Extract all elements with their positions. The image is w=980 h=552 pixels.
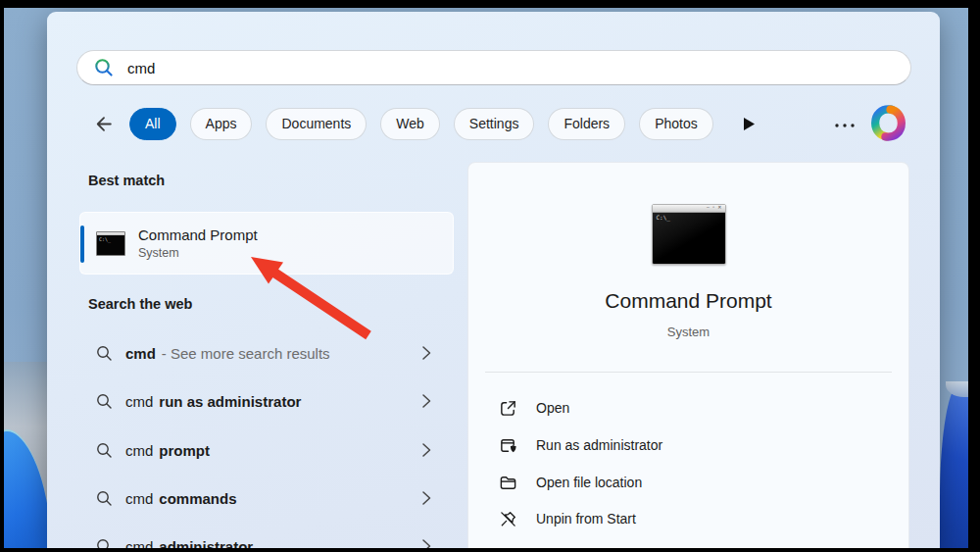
suggestion-query: cmd	[125, 490, 153, 507]
action-label: Open	[536, 400, 569, 416]
cmd-glyph: C:\_	[99, 236, 111, 242]
suggestion-query: cmd	[125, 393, 153, 410]
action-run-as-administrator[interactable]: Run as administrator	[485, 427, 892, 464]
admin-shield-icon	[499, 436, 517, 455]
action-label: Open file location	[536, 475, 642, 490]
insert-suggestion-button[interactable]	[420, 442, 432, 458]
preview-subtitle: System	[468, 325, 908, 339]
tab-apps[interactable]: Apps	[190, 108, 253, 140]
best-match-heading: Best match	[88, 173, 165, 188]
suggestion-query: cmd	[125, 442, 153, 459]
frame-edge-bottom	[0, 548, 980, 552]
web-suggestion-row[interactable]: cmdcommands	[79, 477, 454, 520]
more-tabs-button[interactable]	[744, 118, 755, 130]
result-preview-panel: C:\_ Command Prompt System Open Run as a…	[467, 162, 909, 552]
back-button[interactable]	[90, 111, 116, 136]
web-suggestion-row[interactable]: cmd- See more search results	[79, 331, 454, 375]
options-menu-button[interactable]	[830, 112, 859, 137]
frame-edge-left	[0, 0, 4, 552]
search-input[interactable]	[125, 59, 811, 77]
back-arrow-icon	[93, 114, 114, 134]
web-suggestion-row[interactable]: cmdrun as administrator	[79, 379, 454, 423]
wallpaper-bloom-right	[940, 383, 968, 548]
open-icon	[499, 399, 517, 418]
ellipsis-icon	[834, 122, 856, 129]
action-unpin-from-start[interactable]: Unpin from Start	[485, 500, 892, 537]
preview-title: Command Prompt	[468, 289, 908, 313]
chevron-right-icon	[420, 393, 432, 409]
action-open-file-location[interactable]: Open file location	[485, 464, 892, 501]
action-label: Run as administrator	[536, 437, 662, 453]
chevron-right-icon	[420, 345, 432, 361]
search-icon	[96, 490, 113, 507]
suggestion-query: cmd	[125, 345, 156, 362]
filter-tab-row: All Apps Documents Web Settings Folders …	[90, 107, 755, 140]
unpin-icon	[499, 510, 517, 528]
suggestion-suffix: commands	[159, 490, 236, 507]
preview-divider	[485, 372, 892, 373]
play-triangle-icon	[744, 118, 755, 130]
command-prompt-icon-large: C:\_	[652, 204, 726, 265]
best-match-texts: Command Prompt System	[138, 226, 258, 260]
search-icon	[96, 345, 113, 362]
wallpaper-bloom-left	[4, 362, 47, 548]
search-icon	[93, 57, 115, 78]
folder-icon	[499, 474, 517, 492]
screenshot-frame: All Apps Documents Web Settings Folders …	[0, 0, 980, 552]
tab-photos[interactable]: Photos	[639, 108, 713, 140]
copilot-button[interactable]	[870, 105, 906, 145]
search-icon	[96, 442, 113, 459]
search-bar	[76, 50, 911, 85]
best-match-title: Command Prompt	[138, 226, 258, 243]
search-the-web-heading: Search the web	[88, 296, 192, 312]
cmd-glyph: C:\_	[657, 214, 670, 221]
suggestion-suffix: run as administrator	[159, 393, 301, 410]
tab-settings[interactable]: Settings	[454, 108, 535, 140]
tab-folders[interactable]: Folders	[548, 108, 625, 140]
best-match-result[interactable]: C:\_ Command Prompt System	[79, 212, 454, 275]
action-label: Unpin from Start	[536, 511, 636, 527]
suggestion-suffix: prompt	[159, 442, 210, 459]
chevron-right-icon	[420, 490, 432, 506]
insert-suggestion-button[interactable]	[420, 345, 432, 361]
search-icon	[96, 393, 113, 410]
insert-suggestion-button[interactable]	[420, 393, 432, 409]
suggestion-suffix: - See more search results	[162, 345, 330, 362]
best-match-subtitle: System	[138, 246, 258, 260]
copilot-icon	[870, 105, 906, 141]
insert-suggestion-button[interactable]	[420, 490, 432, 506]
command-prompt-icon: C:\_	[96, 231, 125, 256]
tab-all[interactable]: All	[129, 108, 176, 140]
tab-documents[interactable]: Documents	[266, 108, 367, 140]
frame-edge-right	[968, 0, 980, 552]
frame-edge-top	[0, 0, 980, 8]
chevron-right-icon	[420, 442, 432, 458]
action-open[interactable]: Open	[485, 389, 892, 427]
web-suggestion-row[interactable]: cmdprompt	[79, 428, 454, 472]
tab-web[interactable]: Web	[380, 108, 440, 140]
